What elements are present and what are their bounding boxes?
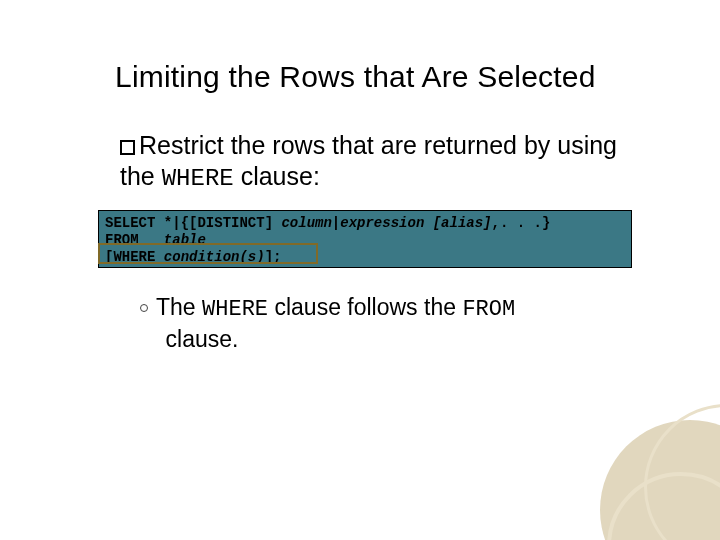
bullet-restrict-code: WHERE (162, 165, 234, 192)
slide: Limiting the Rows that Are Selected Rest… (0, 0, 720, 540)
where-condition: condition(s) (164, 249, 265, 265)
sql-syntax-box: SELECT *|{[DISTINCT] column|expression [… (98, 210, 632, 268)
corner-circle-ring-a (607, 472, 720, 540)
bullet-follows: The WHERE clause follows the FROM clause… (140, 293, 650, 354)
corner-decoration (590, 430, 720, 540)
from-pad (139, 232, 164, 248)
bullet-restrict: Restrict the rows that are returned by u… (120, 130, 650, 194)
corner-circle-ring-b (644, 404, 720, 540)
kw-select: SELECT (105, 215, 155, 231)
select-alias: [alias] (433, 215, 492, 231)
bullet2-e: clause. (159, 326, 238, 352)
select-rest-d: ,. . .} (492, 215, 551, 231)
kw-where: [WHERE (105, 249, 155, 265)
bullet2-from: FROM (462, 297, 515, 322)
corner-circle-fill (600, 420, 720, 540)
ring-bullet-icon (140, 304, 148, 312)
bullet2-where: WHERE (202, 297, 268, 322)
select-rest-a: *|{[DISTINCT] (155, 215, 281, 231)
where-pad (155, 249, 163, 265)
square-bullet-icon (120, 140, 135, 155)
where-end: ]; (265, 249, 282, 265)
kw-from: FROM (105, 232, 139, 248)
from-table: table (164, 232, 206, 248)
bullet-restrict-text-b: clause: (234, 162, 320, 190)
bullet2-c: clause follows the (268, 294, 462, 320)
bullet2-a: The (156, 294, 202, 320)
select-column-expr: column|expression (281, 215, 432, 231)
slide-title: Limiting the Rows that Are Selected (115, 60, 680, 94)
